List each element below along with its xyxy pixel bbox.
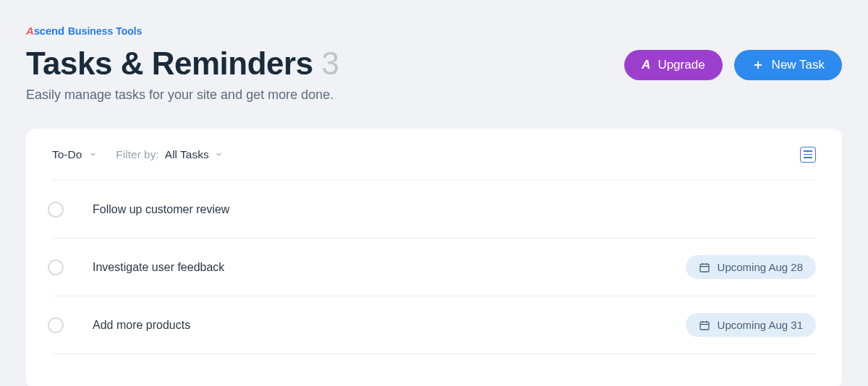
title-block: Tasks & Reminders 3 Easily manage tasks … bbox=[26, 47, 624, 103]
task-due-badge: Upcoming Aug 28 bbox=[686, 255, 816, 279]
page-title-text: Tasks & Reminders bbox=[26, 46, 313, 81]
filter-by-value: All Tasks bbox=[165, 148, 209, 161]
chevron-down-icon bbox=[215, 150, 223, 158]
task-title: Follow up customer review bbox=[80, 203, 816, 216]
chevron-down-icon bbox=[89, 150, 97, 158]
task-count: 3 bbox=[321, 46, 339, 81]
new-task-button-label: New Task bbox=[772, 58, 825, 72]
brand-header: Ascend Business Tools bbox=[26, 25, 842, 37]
plus-icon bbox=[752, 59, 765, 72]
page-subtitle: Easily manage tasks for your site and ge… bbox=[26, 87, 624, 103]
svg-rect-6 bbox=[700, 322, 709, 330]
svg-rect-2 bbox=[700, 264, 709, 272]
task-list: Follow up customer reviewInvestigate use… bbox=[52, 181, 816, 354]
task-due-badge: Upcoming Aug 31 bbox=[686, 313, 816, 337]
task-row[interactable]: Investigate user feedbackUpcoming Aug 28 bbox=[52, 239, 816, 296]
task-checkbox[interactable] bbox=[48, 317, 64, 333]
task-title: Add more products bbox=[80, 319, 670, 332]
filter-controls: To-Do Filter by: All Tasks bbox=[52, 148, 223, 161]
upgrade-button-label: Upgrade bbox=[658, 58, 705, 72]
status-dropdown-label: To-Do bbox=[52, 148, 82, 161]
brand-logo: Ascend bbox=[26, 25, 64, 37]
calendar-icon bbox=[699, 262, 710, 273]
calendar-icon bbox=[699, 319, 710, 331]
upgrade-button[interactable]: A Upgrade bbox=[624, 50, 723, 80]
filter-bar: To-Do Filter by: All Tasks bbox=[52, 129, 816, 181]
task-checkbox[interactable] bbox=[48, 260, 64, 275]
filter-by-dropdown[interactable]: Filter by: All Tasks bbox=[116, 148, 222, 161]
new-task-button[interactable]: New Task bbox=[734, 50, 842, 80]
header-actions: A Upgrade New Task bbox=[624, 47, 842, 80]
task-title: Investigate user feedback bbox=[80, 261, 670, 274]
task-card: To-Do Filter by: All Tasks Follow up cus… bbox=[26, 129, 842, 386]
task-row[interactable]: Follow up customer review bbox=[52, 181, 816, 239]
page-header: Tasks & Reminders 3 Easily manage tasks … bbox=[26, 47, 842, 103]
list-view-toggle[interactable] bbox=[800, 147, 816, 163]
filter-by-label: Filter by: bbox=[116, 148, 158, 161]
task-checkbox[interactable] bbox=[48, 202, 64, 218]
task-row[interactable]: Add more productsUpcoming Aug 31 bbox=[52, 296, 816, 354]
brand-subtitle: Business Tools bbox=[68, 25, 142, 37]
status-dropdown[interactable]: To-Do bbox=[52, 148, 97, 161]
page-title: Tasks & Reminders 3 bbox=[26, 47, 624, 80]
ascend-a-icon: A bbox=[642, 58, 650, 72]
